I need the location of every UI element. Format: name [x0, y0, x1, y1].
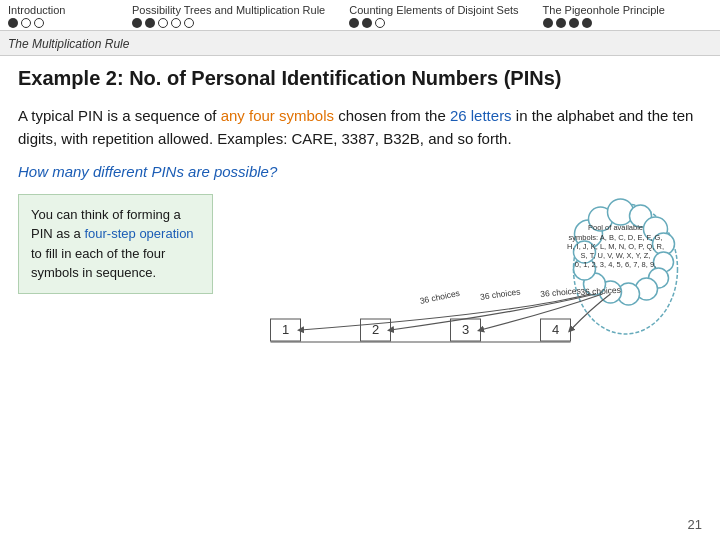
nav-title-pigeonhole: The Pigeonhole Principle — [543, 4, 665, 16]
highlight-26-letters: 26 letters — [450, 107, 512, 124]
sub-nav-label: The Multiplication Rule — [8, 37, 129, 51]
dot-3 — [158, 18, 168, 28]
info-box-suffix: to fill in each of the four symbols in s… — [31, 246, 165, 281]
nav-dots-possibility — [132, 18, 325, 28]
nav-dots-introduction — [8, 18, 108, 28]
diagram-area: 1 2 3 4 — [229, 194, 702, 359]
dot-2 — [556, 18, 566, 28]
nav-title-introduction: Introduction — [8, 4, 108, 16]
dot-1 — [349, 18, 359, 28]
nav-title-possibility-trees: Possibility Trees and Multiplication Rul… — [132, 4, 325, 16]
svg-text:1: 1 — [282, 322, 289, 337]
dot-2 — [21, 18, 31, 28]
nav-section-counting: Counting Elements of Disjoint Sets — [349, 4, 518, 28]
svg-text:Pool of available: Pool of available — [588, 223, 643, 232]
dot-3 — [34, 18, 44, 28]
svg-text:symbols: A, B, C, D, E, F, G,: symbols: A, B, C, D, E, F, G, — [569, 233, 663, 242]
dot-1 — [543, 18, 553, 28]
dot-4 — [171, 18, 181, 28]
svg-text:36 choices: 36 choices — [419, 287, 461, 305]
body-prefix: A typical PIN is a sequence of — [18, 107, 221, 124]
info-box-highlight: four-step operation — [84, 226, 193, 241]
body-paragraph: A typical PIN is a sequence of any four … — [18, 104, 702, 151]
dot-1 — [132, 18, 142, 28]
dot-5 — [184, 18, 194, 28]
svg-text:36 choices: 36 choices — [580, 284, 621, 296]
svg-text:H, I, J, K, L, M, N, O, P, Q, : H, I, J, K, L, M, N, O, P, Q, R, — [567, 242, 664, 251]
dot-4 — [582, 18, 592, 28]
info-box: You can think of forming a PIN as a four… — [18, 194, 213, 294]
nav-section-possibility-trees: Possibility Trees and Multiplication Rul… — [132, 4, 325, 28]
dot-3 — [569, 18, 579, 28]
svg-text:36 choices: 36 choices — [540, 285, 581, 299]
highlight-any-four-symbols: any four symbols — [221, 107, 334, 124]
body-middle1: chosen from the — [334, 107, 450, 124]
svg-text:36 choices: 36 choices — [479, 286, 521, 302]
section-title: Example 2: No. of Personal Identificatio… — [18, 66, 702, 90]
dot-1 — [8, 18, 18, 28]
top-navigation: Introduction Possibility Trees and Multi… — [0, 0, 720, 31]
dot-2 — [145, 18, 155, 28]
dot-2 — [362, 18, 372, 28]
content-row: You can think of forming a PIN as a four… — [18, 194, 702, 359]
svg-text:0, 1, 2, 3, 4, 5, 6, 7, 8, 9,: 0, 1, 2, 3, 4, 5, 6, 7, 8, 9, — [575, 260, 656, 269]
svg-text:3: 3 — [462, 322, 469, 337]
dot-3 — [375, 18, 385, 28]
nav-section-introduction: Introduction — [8, 4, 108, 28]
nav-title-counting: Counting Elements of Disjoint Sets — [349, 4, 518, 16]
nav-section-pigeonhole: The Pigeonhole Principle — [543, 4, 665, 28]
question-text: How many different PINs are possible? — [18, 161, 702, 182]
svg-text:S, T, U, V, W, X, Y, Z,: S, T, U, V, W, X, Y, Z, — [581, 251, 651, 260]
pin-diagram: 1 2 3 4 — [229, 194, 702, 359]
page-number: 21 — [688, 517, 702, 532]
svg-text:4: 4 — [552, 322, 559, 337]
nav-dots-counting — [349, 18, 518, 28]
nav-dots-pigeonhole — [543, 18, 665, 28]
sub-navigation: The Multiplication Rule — [0, 31, 720, 56]
main-content: Example 2: No. of Personal Identificatio… — [0, 56, 720, 369]
